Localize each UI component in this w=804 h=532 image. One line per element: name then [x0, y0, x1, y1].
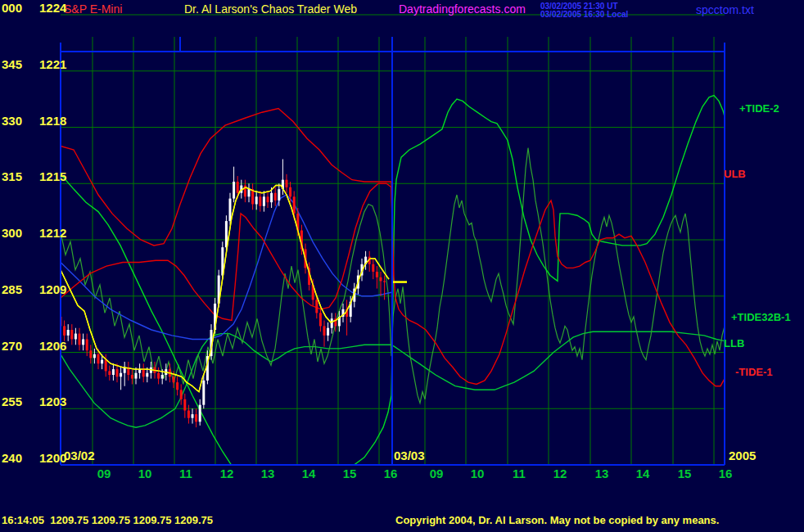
axis-minutes-label: 240 [2, 452, 31, 465]
line-label--tide-2: +TIDE-2 [739, 103, 779, 115]
line-label-llb: LLB [724, 338, 744, 349]
hour-label-day1-12: 12 [213, 467, 241, 480]
axis-minutes-label: 000 [2, 2, 31, 15]
page-title: Dr. Al Larson's Chaos Trader Web [184, 3, 357, 16]
axis-row-1221: 3451221 [2, 58, 77, 71]
axis-row-1218: 3301218 [2, 115, 77, 128]
hour-label-day1-11: 11 [172, 467, 200, 480]
axis-minutes-label: 300 [2, 227, 31, 240]
axis-minutes-label: 285 [2, 283, 31, 296]
line-label-ulb: ULB [724, 169, 746, 180]
hour-label-day1-15: 15 [336, 467, 364, 480]
hour-label-day2-15: 15 [671, 467, 698, 480]
hour-label-day1-09: 09 [90, 467, 118, 480]
site-link[interactable]: Daytradingforecasts.com [399, 3, 526, 16]
axis-minutes-label: 345 [2, 58, 31, 71]
hour-label-day2-12: 12 [546, 467, 574, 480]
axis-minutes-label: 270 [2, 340, 31, 353]
axis-price-label: 1215 [39, 170, 77, 183]
axis-price-label: 1212 [39, 227, 77, 240]
axis-price-label: 1203 [39, 395, 77, 408]
axis-row-1206: 2701206 [2, 340, 77, 353]
hour-label-day1-14: 14 [295, 467, 323, 480]
data-file-label: spcctom.txt [696, 4, 754, 16]
axis-price-label: 1224 [39, 2, 77, 15]
axis-row-1209: 2851209 [2, 283, 77, 296]
axis-price-label: 1218 [39, 115, 77, 128]
date-day2: 03/03 [394, 449, 425, 462]
axis-minutes-label: 315 [2, 170, 31, 183]
axis-minutes-label: 255 [2, 395, 31, 408]
hour-label-day1-13: 13 [254, 467, 282, 480]
hour-label-day2-14: 14 [629, 467, 657, 480]
series-yellow-ma-top [61, 186, 389, 392]
chaos-trader-chart-page: S&P E-Mini Dr. Al Larson's Chaos Trader … [0, 0, 804, 532]
date-day1: 03/02 [64, 449, 95, 462]
hour-label-day2-10: 10 [463, 467, 491, 480]
year-label: 2005 [729, 449, 756, 462]
axis-minutes-label: 330 [2, 115, 31, 128]
axis-price-label: 1221 [39, 58, 77, 71]
axis-row-1215: 3151215 [2, 170, 77, 183]
axis-row-1224: 0001224 [2, 2, 77, 15]
axis-price-label: 1206 [39, 340, 77, 353]
axis-row-1203: 2551203 [2, 395, 77, 408]
series-lines [61, 96, 727, 488]
axis-price-label: 1209 [39, 283, 77, 296]
hour-label-day2-09: 09 [422, 467, 450, 480]
hour-label-day2-16: 16 [711, 467, 739, 480]
axis-row-1212: 3001212 [2, 227, 77, 240]
line-label--tide32b-1: +TIDE32B-1 [731, 312, 791, 323]
hour-label-day2-11: 11 [505, 467, 533, 480]
copyright-notice: Copyright 2004, Dr. Al Larson. May not b… [395, 515, 719, 526]
series-yellow-ma [61, 186, 389, 392]
hour-label-day1-10: 10 [131, 467, 159, 480]
hour-label-day1-16: 16 [377, 467, 404, 480]
line-label--tide-1: -TIDE-1 [735, 367, 773, 378]
plot-border [61, 37, 725, 465]
timestamp-local: 03/02/2005 16:30 Local [540, 11, 628, 20]
quote-status-line: 16:14:05 1209.75 1209.75 1209.75 1209.75 [2, 515, 213, 526]
hour-label-day2-13: 13 [588, 467, 616, 480]
